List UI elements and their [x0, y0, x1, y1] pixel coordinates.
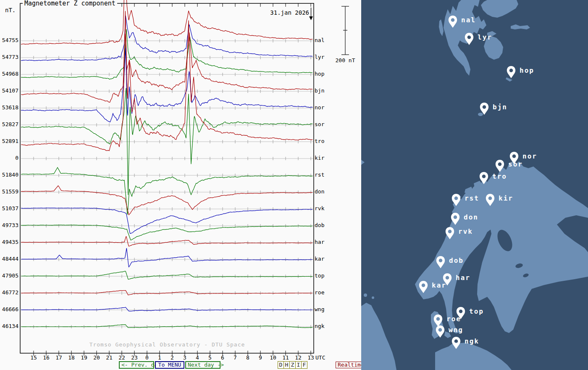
trace-sor: [21, 88, 312, 195]
station-label-kir: kir: [315, 155, 324, 161]
date-label: 31.jan 2026: [260, 9, 309, 16]
trace-ngk: [21, 325, 312, 328]
station-label-har: har: [315, 239, 324, 245]
map-pin-icon: [479, 172, 488, 185]
map-pin-label-lyr: lyr: [478, 33, 492, 41]
map-pin-don[interactable]: [451, 213, 460, 226]
realtime-button[interactable]: Realtime: [336, 362, 362, 368]
plot-title: Magnetometer Z component: [23, 0, 117, 7]
station-label-sor: sor: [315, 121, 324, 127]
map-pin-icon: [448, 16, 457, 29]
y-tick-dob: 49733: [0, 222, 18, 228]
y-tick-kir: 0: [0, 155, 18, 161]
map-pin-sor[interactable]: [495, 160, 504, 173]
trace-top: [21, 271, 312, 279]
y-tick-tro: 52891: [0, 138, 18, 144]
map-pin-label-kar: kar: [432, 281, 446, 289]
y-tick-sor: 52827: [0, 121, 18, 127]
map-pin-icon: [452, 194, 461, 207]
map-pin-icon: [419, 281, 428, 294]
map-pin-icon: [451, 213, 460, 226]
component-button-H[interactable]: H: [284, 362, 290, 368]
y-tick-roe: 46772: [0, 289, 18, 296]
map-pin-label-don: don: [464, 213, 478, 221]
y-tick-nal: 54755: [0, 37, 18, 43]
map-pin-kar[interactable]: [419, 281, 428, 294]
x-tick-5: 5: [204, 354, 216, 361]
map-pin-bjn[interactable]: [480, 103, 489, 116]
station-label-hop: hop: [315, 71, 324, 77]
station-label-bjn: bjn: [315, 87, 324, 94]
station-label-nor: nor: [315, 104, 324, 111]
station-label-top: top: [315, 272, 324, 279]
map-pin-label-rvk: rvk: [458, 227, 473, 235]
station-label-roe: roe: [315, 289, 324, 296]
station-label-kar: kar: [315, 256, 324, 262]
y-tick-bjn: 54107: [0, 87, 18, 94]
x-tick-8: 8: [242, 354, 254, 361]
map-pin-ngk[interactable]: [452, 337, 461, 350]
map-pin-label-dob: dob: [449, 256, 464, 264]
component-selector: DHZIF: [278, 361, 307, 369]
y-tick-lyr: 54773: [0, 54, 18, 60]
next-day-button[interactable]: Next day ->: [185, 361, 220, 369]
x-tick-7: 7: [229, 354, 242, 361]
x-tick-3: 3: [178, 354, 191, 361]
y-tick-nor: 53618: [0, 104, 18, 111]
trace-wng: [21, 307, 312, 311]
y-tick-rvk: 51037: [0, 205, 18, 211]
x-tick-2: 2: [166, 354, 178, 361]
map-pin-kir[interactable]: [486, 194, 495, 207]
map-pin-nal[interactable]: [448, 16, 457, 29]
map-pin-label-tro: tro: [492, 172, 507, 180]
x-tick-9: 9: [254, 354, 267, 361]
map-pin-icon: [445, 227, 454, 240]
trace-bjn: [21, 33, 312, 102]
trace-rvk: [21, 208, 312, 234]
x-tick-11: 11: [279, 354, 292, 361]
map-pin-icon: [436, 256, 445, 269]
map-pin-label-roe: roe: [446, 315, 461, 323]
x-tick-1: 1: [153, 354, 166, 361]
x-tick-4: 4: [191, 354, 204, 361]
map-pin-hop[interactable]: [507, 66, 516, 79]
map-pin-label-har: har: [456, 274, 470, 282]
map-pin-label-hop: hop: [520, 66, 534, 74]
map-pin-lyr[interactable]: [465, 33, 474, 46]
station-map-panel: nallyrhopbjnnorsortrorstkirdonrvkdobhark…: [361, 0, 588, 370]
x-tick-20: 20: [90, 354, 103, 361]
stackplot-panel: Magnetometer Z component nT. 31.jan 2026…: [0, 0, 361, 370]
x-tick-19: 19: [78, 354, 90, 361]
component-button-F[interactable]: F: [302, 362, 307, 368]
station-label-nal: nal: [315, 37, 324, 43]
map-pin-tro[interactable]: [479, 172, 488, 185]
x-tick-16: 16: [40, 354, 52, 361]
trace-roe: [21, 291, 312, 295]
component-button-Z[interactable]: Z: [290, 362, 296, 368]
map-pin-label-rst: rst: [465, 194, 479, 202]
map-pin-icon: [495, 160, 504, 173]
map-pin-icon: [465, 33, 474, 46]
component-button-I[interactable]: I: [296, 362, 302, 368]
map-pin-rst[interactable]: [452, 194, 461, 207]
y-tick-top: 47905: [0, 272, 18, 279]
map-pin-label-wng: wng: [449, 326, 463, 334]
y-tick-rst: 51840: [0, 172, 18, 178]
map-pin-icon: [436, 325, 445, 338]
x-tick-18: 18: [65, 354, 78, 361]
map-pin-label-kir: kir: [499, 194, 513, 202]
y-tick-hop: 54968: [0, 71, 18, 77]
x-tick-12: 12: [292, 354, 304, 361]
prev-day-button[interactable]: <- Prev. day: [119, 361, 154, 369]
map-pin-label-nor: nor: [522, 152, 537, 160]
trace-dob: [21, 225, 312, 240]
map-pin-rvk[interactable]: [445, 227, 454, 240]
to-menu-button[interactable]: To MENU: [155, 361, 184, 369]
y-tick-har: 49435: [0, 239, 18, 245]
component-button-D[interactable]: D: [278, 362, 284, 368]
map-pin-dob[interactable]: [436, 256, 445, 269]
map-pin-wng[interactable]: [436, 325, 445, 338]
observatory-credit: Tromso Geophysical Observatory - DTU Spa…: [20, 341, 314, 348]
trace-don: [21, 186, 312, 215]
trace-lyr: [21, 16, 312, 61]
